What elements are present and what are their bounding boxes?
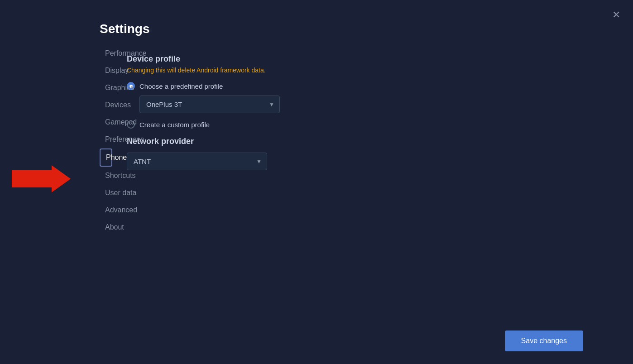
network-provider-title: Network provider xyxy=(127,137,606,146)
sidebar-item-performance[interactable]: Performance xyxy=(100,45,110,62)
custom-label: Create a custom profile xyxy=(139,121,210,129)
page-title: Settings xyxy=(100,22,149,36)
sidebar-item-display[interactable]: Display xyxy=(100,62,110,79)
sidebar-item-phone[interactable]: Phone xyxy=(100,148,112,167)
sidebar-item-about[interactable]: About xyxy=(100,219,110,235)
custom-profile-option[interactable]: Create a custom profile xyxy=(127,120,606,129)
network-provider-dropdown-wrapper: ATNT Verizon T-Mobile Sprint ▼ xyxy=(127,153,267,170)
device-profile-section: Device profile Changing this will delete… xyxy=(127,54,606,129)
sidebar-item-preferences[interactable]: Preferences xyxy=(100,131,110,148)
sidebar-item-advanced[interactable]: Advanced xyxy=(100,202,110,218)
device-profile-title: Device profile xyxy=(127,54,606,64)
close-button[interactable]: ✕ xyxy=(612,10,620,20)
main-layout: Performance Display Graphics Devices Gam… xyxy=(0,45,633,364)
sidebar-item-user-data[interactable]: User data xyxy=(100,185,110,201)
device-profile-dropdown[interactable]: OnePlus 3T Samsung Galaxy S9 Pixel 4 Nex… xyxy=(139,96,280,113)
sidebar-item-devices[interactable]: Devices xyxy=(100,97,110,113)
predefined-label: Choose a predefined profile xyxy=(139,82,223,90)
save-button[interactable]: Save changes xyxy=(505,330,583,351)
content-area: Device profile Changing this will delete… xyxy=(100,45,633,364)
network-provider-section: Network provider ATNT Verizon T-Mobile S… xyxy=(127,137,606,170)
sidebar: Performance Display Graphics Devices Gam… xyxy=(0,45,100,364)
sidebar-item-gamepad[interactable]: Gamepad xyxy=(100,114,110,130)
predefined-profile-option[interactable]: Choose a predefined profile xyxy=(127,82,606,90)
sidebar-item-shortcuts[interactable]: Shortcuts xyxy=(100,168,110,184)
network-provider-dropdown[interactable]: ATNT Verizon T-Mobile Sprint xyxy=(127,153,267,170)
device-profile-warning: Changing this will delete Android framew… xyxy=(127,67,606,74)
device-profile-dropdown-wrapper: OnePlus 3T Samsung Galaxy S9 Pixel 4 Nex… xyxy=(139,96,280,113)
sidebar-item-graphics[interactable]: Graphics xyxy=(100,80,110,96)
settings-dialog: ✕ Settings Performance Display Graphics … xyxy=(0,0,633,364)
